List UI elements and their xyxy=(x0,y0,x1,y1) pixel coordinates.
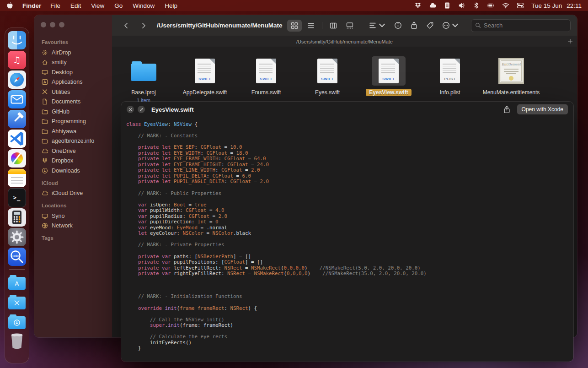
file-label: EyesView.swift xyxy=(366,89,411,96)
open-with-xcode-button[interactable]: Open with Xcode xyxy=(517,104,568,114)
list-view-button[interactable] xyxy=(304,20,318,32)
column-view-icon xyxy=(330,22,337,29)
file-eyes-swift[interactable]: SWIFT Eyes.swift xyxy=(299,56,355,103)
sidebar-item-downloads[interactable]: Downloads xyxy=(41,166,107,176)
dock-safari[interactable] xyxy=(8,70,26,89)
dock-music[interactable]: ♫ xyxy=(8,51,26,69)
code-preview[interactable]: class EyesView: NSView { // MARK: - Cons… xyxy=(126,122,570,358)
ellipsis-icon xyxy=(442,22,450,29)
dock-xcode[interactable] xyxy=(8,110,26,128)
dock-system-preferences[interactable] xyxy=(8,228,26,246)
dock-utilities-folder[interactable] xyxy=(8,292,26,311)
dock-applications-folder[interactable] xyxy=(8,273,26,291)
menu-app-name[interactable]: Finder xyxy=(22,2,41,9)
dock-terminal[interactable]: >_ xyxy=(8,189,26,207)
menu-view[interactable]: View xyxy=(91,2,104,9)
wifi-icon[interactable] xyxy=(502,2,509,9)
plist-file-icon: PLIST xyxy=(440,59,460,83)
sidebar-item-icloud-drive[interactable]: iCloud Drive xyxy=(41,189,107,199)
quicklook-close-button[interactable] xyxy=(127,106,134,113)
sidebar-item-documents[interactable]: Documents xyxy=(41,97,107,107)
menu-edit[interactable]: Edit xyxy=(70,2,81,9)
sidebar-item-ageofbronze-info[interactable]: ageofbronze.info xyxy=(41,136,107,146)
sidebar-item-ahhiyawa[interactable]: Ahhiyawa xyxy=(41,126,107,136)
zoom-window-button[interactable] xyxy=(59,22,64,27)
appa-icon xyxy=(42,79,48,85)
quicklook-share-button[interactable] xyxy=(503,106,511,114)
menu-go[interactable]: Go xyxy=(114,2,123,9)
grid-view-icon xyxy=(291,22,298,29)
sidebar-item-network[interactable]: Network xyxy=(41,221,107,231)
sidebar-item-applications[interactable]: Applications xyxy=(41,77,107,87)
search-input[interactable]: Search xyxy=(471,19,571,32)
file-info-plist[interactable]: PLIST Info.plist xyxy=(422,56,478,103)
dock-finder[interactable] xyxy=(8,31,26,49)
code-line: super.init(frame: frameRect) xyxy=(126,323,570,329)
onedrive-icon[interactable] xyxy=(429,2,436,9)
folder-icon xyxy=(42,108,48,115)
minimize-window-button[interactable] xyxy=(50,22,55,27)
dock-calculator[interactable] xyxy=(8,208,26,227)
dock-code-search[interactable]: code xyxy=(8,248,26,266)
sidebar-header-tags: Tags xyxy=(42,235,107,241)
close-icon xyxy=(128,108,133,112)
dock-pixelmator[interactable] xyxy=(8,149,26,168)
control-center-icon[interactable] xyxy=(517,2,524,9)
tag-button[interactable] xyxy=(426,22,434,29)
menu-window[interactable]: Window xyxy=(133,2,155,9)
forward-button[interactable] xyxy=(140,22,147,29)
more-actions-button[interactable] xyxy=(442,22,459,29)
file-label: Eyes.swift xyxy=(312,89,343,96)
code-line: private let PUPIL_ANGLE_DELTA: CGFloat =… xyxy=(126,179,570,185)
file-enums-swift[interactable]: SWIFT Enums.swift xyxy=(238,56,294,103)
sidebar-item-programming[interactable]: Programming xyxy=(41,117,107,127)
quicklook-fullscreen-button[interactable] xyxy=(138,106,145,113)
code-line: // MARK: - Private Properties xyxy=(126,242,570,248)
sidebar-item-syno[interactable]: Syno xyxy=(41,211,107,221)
close-window-button[interactable] xyxy=(41,22,46,27)
dropbox-icon[interactable] xyxy=(414,2,422,9)
new-tab-button[interactable] xyxy=(567,38,573,44)
sidebar-item-onedrive[interactable]: OneDrive xyxy=(41,146,107,156)
sidebar-item-airdrop[interactable]: AirDrop xyxy=(41,48,107,58)
group-by-button[interactable] xyxy=(369,22,386,29)
tab-title[interactable]: /Users/smitty/GitHub/menumate/MenuMate xyxy=(296,39,393,44)
swift-file-icon: SWIFT xyxy=(379,59,399,83)
sidebar-item-desktop[interactable]: Desktop xyxy=(41,67,107,77)
file-appdelegate-swift[interactable]: SWIFT AppDelegate.swift xyxy=(177,56,233,103)
back-button[interactable] xyxy=(123,22,129,29)
menu-help[interactable]: Help xyxy=(165,2,177,9)
get-info-button[interactable] xyxy=(394,22,402,29)
folder-icon xyxy=(131,64,156,81)
dock-notes[interactable] xyxy=(8,169,26,187)
sidebar-item-label: Documents xyxy=(52,98,80,105)
icon-view-button[interactable] xyxy=(287,20,302,32)
dock-trash[interactable] xyxy=(8,332,26,350)
apple-menu-icon[interactable] xyxy=(6,2,13,10)
dock-downloads-folder[interactable] xyxy=(8,312,26,330)
tab-bar: /Users/smitty/GitHub/menumate/MenuMate xyxy=(112,36,577,47)
column-view-button[interactable] xyxy=(326,20,341,32)
quicklook-title: EyesView.swift xyxy=(151,106,194,113)
sidebar-item-utilities[interactable]: Utilities xyxy=(41,87,107,97)
download-icon xyxy=(42,168,48,174)
gallery-view-button[interactable] xyxy=(342,20,357,32)
menu-clock[interactable]: Tue 15 Jun 22:11 xyxy=(531,2,582,9)
share-button[interactable] xyxy=(410,22,418,29)
menu-file[interactable]: File xyxy=(50,2,60,9)
notes-list-icon[interactable] xyxy=(444,2,451,9)
sidebar-item-github[interactable]: GitHub xyxy=(41,107,107,117)
certificate-icon: Entitlement xyxy=(498,58,524,84)
file-menumate-entitlements[interactable]: Entitlement MenuMate.entitlements xyxy=(483,56,539,103)
folder-icon xyxy=(42,118,48,124)
dock-mail[interactable] xyxy=(8,90,26,108)
file-eyesview-swift[interactable]: SWIFT EyesView.swift xyxy=(361,56,417,103)
sidebar-item-dropbox[interactable]: Dropbox xyxy=(41,156,107,166)
volume-icon[interactable] xyxy=(458,2,465,9)
sidebar-item-smitty[interactable]: smitty xyxy=(41,58,107,68)
sidebar-item-label: Syno xyxy=(52,213,65,219)
file-base-lproj[interactable]: Base.lproj 1 item xyxy=(116,56,171,103)
dock-vscode[interactable] xyxy=(8,130,26,148)
battery-icon[interactable] xyxy=(487,2,495,9)
bluetooth-icon[interactable] xyxy=(473,2,480,9)
